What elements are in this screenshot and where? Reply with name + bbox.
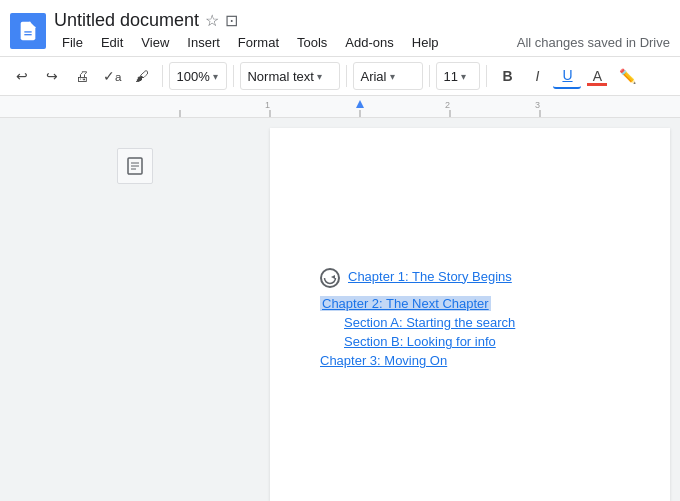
size-dropdown[interactable]: 11 ▾ xyxy=(436,62,480,90)
separator-4 xyxy=(429,65,430,87)
menu-view[interactable]: View xyxy=(133,33,177,52)
drive-icon[interactable]: ⊡ xyxy=(225,11,238,30)
doc-title[interactable]: Untitled document xyxy=(54,10,199,31)
menu-tools[interactable]: Tools xyxy=(289,33,335,52)
svg-text:2: 2 xyxy=(445,100,450,110)
toolbar: ↩ ↪ 🖨 ✓a 🖌 100% ▾ Normal text ▾ Arial ▾ … xyxy=(0,56,680,96)
doc-title-row: Untitled document ☆ ⊡ xyxy=(54,10,670,31)
svg-text:1: 1 xyxy=(265,100,270,110)
style-dropdown[interactable]: Normal text ▾ xyxy=(240,62,340,90)
title-area: Untitled document ☆ ⊡ File Edit View Ins… xyxy=(54,10,670,52)
table-of-contents: Chapter 1: The Story BeginsChapter 2: Th… xyxy=(320,268,660,372)
style-value: Normal text xyxy=(247,69,313,84)
toc-sections: Section A: Starting the searchSection B:… xyxy=(344,315,660,349)
underline-button[interactable]: U xyxy=(553,63,581,89)
font-dropdown[interactable]: Arial ▾ xyxy=(353,62,423,90)
title-bar: Untitled document ☆ ⊡ File Edit View Ins… xyxy=(0,0,680,56)
doc-icon xyxy=(10,13,46,49)
color-indicator xyxy=(587,83,607,86)
toc-section-1-link[interactable]: Section B: Looking for info xyxy=(344,334,660,349)
svg-text:3: 3 xyxy=(535,100,540,110)
save-status: All changes saved in Drive xyxy=(517,35,670,50)
menu-edit[interactable]: Edit xyxy=(93,33,131,52)
toc-chapter3-link[interactable]: Chapter 3: Moving On xyxy=(320,353,660,368)
svg-marker-16 xyxy=(331,275,335,279)
size-arrow: ▾ xyxy=(461,71,466,82)
zoom-arrow: ▾ xyxy=(213,71,218,82)
spellcheck-button[interactable]: ✓a xyxy=(98,64,126,88)
toc-refresh-row: Chapter 1: The Story Begins xyxy=(320,268,660,288)
svg-rect-2 xyxy=(0,96,680,118)
menu-bar: File Edit View Insert Format Tools Add-o… xyxy=(54,33,670,52)
separator-2 xyxy=(233,65,234,87)
undo-button[interactable]: ↩ xyxy=(8,64,36,88)
size-value: 11 xyxy=(443,69,457,84)
menu-format[interactable]: Format xyxy=(230,33,287,52)
bold-button[interactable]: B xyxy=(493,64,521,88)
page-thumbnail-icon[interactable] xyxy=(117,148,153,184)
separator-1 xyxy=(162,65,163,87)
toc-chapter2-link[interactable]: Chapter 2: The Next Chapter xyxy=(320,296,491,311)
font-arrow: ▾ xyxy=(390,71,395,82)
toc-chapter1-link[interactable]: Chapter 1: The Story Begins xyxy=(348,269,512,284)
italic-button[interactable]: I xyxy=(523,64,551,88)
document-page: Chapter 1: The Story BeginsChapter 2: Th… xyxy=(270,128,670,501)
menu-file[interactable]: File xyxy=(54,33,91,52)
refresh-icon[interactable] xyxy=(320,268,340,288)
ruler: 1 2 3 xyxy=(0,96,680,118)
redo-button[interactable]: ↪ xyxy=(38,64,66,88)
style-arrow: ▾ xyxy=(317,71,322,82)
paintformat-button[interactable]: 🖌 xyxy=(128,64,156,88)
star-icon[interactable]: ☆ xyxy=(205,11,219,30)
highlight-button[interactable]: ✏️ xyxy=(613,64,641,88)
toc-section-0-link[interactable]: Section A: Starting the search xyxy=(344,315,660,330)
separator-5 xyxy=(486,65,487,87)
menu-insert[interactable]: Insert xyxy=(179,33,228,52)
print-button[interactable]: 🖨 xyxy=(68,64,96,88)
left-margin xyxy=(0,118,270,501)
zoom-value: 100% xyxy=(176,69,209,84)
menu-addons[interactable]: Add-ons xyxy=(337,33,401,52)
text-color-label: A xyxy=(593,68,602,84)
zoom-dropdown[interactable]: 100% ▾ xyxy=(169,62,227,90)
main-area: Chapter 1: The Story BeginsChapter 2: Th… xyxy=(0,118,680,501)
font-value: Arial xyxy=(360,69,386,84)
menu-help[interactable]: Help xyxy=(404,33,447,52)
separator-3 xyxy=(346,65,347,87)
text-color-button[interactable]: A xyxy=(583,64,611,88)
